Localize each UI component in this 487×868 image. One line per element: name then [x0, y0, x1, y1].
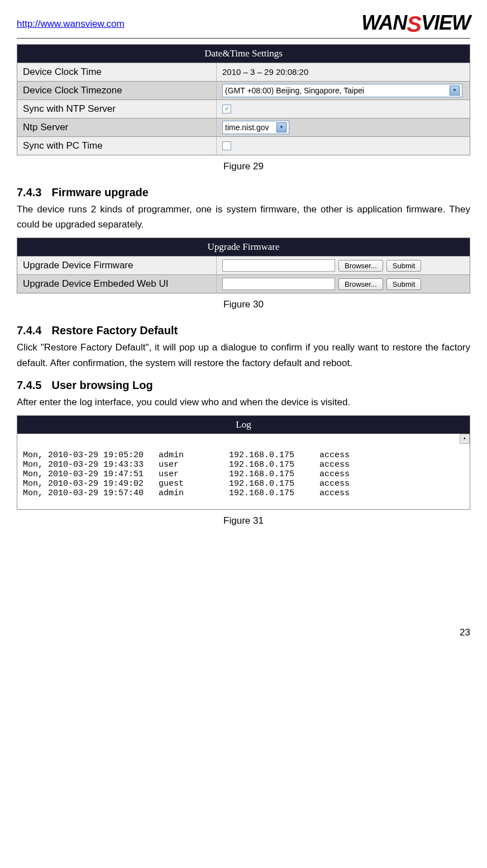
upgrade-web-ui-label: Upgrade Device Embeded Web UI	[17, 275, 217, 293]
section-743-text: The device runs 2 kinds of programmer, o…	[17, 202, 470, 232]
log-panel: Log ▴Mon, 2010-03-29 19:05:20 admin 192.…	[17, 415, 470, 510]
log-line: Mon, 2010-03-29 19:43:33 user 192.168.0.…	[23, 460, 350, 469]
upgrade-device-firmware-row: Upgrade Device Firmware Browser... Submi…	[17, 256, 470, 274]
section-743-heading: 7.4.3Firmware upgrade	[17, 186, 470, 199]
upgrade-device-firmware-label: Upgrade Device Firmware	[17, 257, 217, 274]
sync-pc-time-label: Sync with PC Time	[17, 137, 217, 155]
upgrade-webui-input[interactable]	[222, 278, 335, 290]
figure-30-caption: Figure 30	[17, 299, 470, 310]
browse-button[interactable]: Browser...	[338, 278, 383, 290]
log-body: ▴Mon, 2010-03-29 19:05:20 admin 192.168.…	[17, 434, 470, 509]
scroll-up-icon[interactable]: ▴	[460, 434, 470, 444]
sync-ntp-checkbox[interactable]: ✓	[222, 105, 231, 113]
logo-s-icon: S	[407, 12, 421, 36]
section-744-text: Click "Restore Factory Default", it will…	[17, 340, 470, 370]
section-743-num: 7.4.3	[17, 186, 41, 198]
figure-29-caption: Figure 29	[17, 161, 470, 172]
section-745-title: User browsing Log	[51, 379, 152, 391]
device-clock-timezone-label: Device Clock Timezone	[17, 82, 217, 99]
figure-31-caption: Figure 31	[17, 515, 470, 527]
device-clock-time-row: Device Clock Time 2010 – 3 – 29 20:08:20	[17, 63, 470, 81]
timezone-select-value: (GMT +08:00) Beijing, Singapore, Taipei	[225, 86, 364, 95]
log-line: Mon, 2010-03-29 19:05:20 admin 192.168.0…	[23, 450, 350, 460]
datetime-settings-panel: Date&Time Settings Device Clock Time 201…	[17, 44, 470, 155]
log-line: Mon, 2010-03-29 19:47:51 user 192.168.0.…	[23, 469, 350, 479]
sync-ntp-label: Sync with NTP Server	[17, 100, 217, 118]
browse-button[interactable]: Browser...	[338, 260, 383, 272]
timezone-select[interactable]: (GMT +08:00) Beijing, Singapore, Taipei …	[222, 84, 462, 97]
chevron-down-icon: ▼	[450, 86, 460, 96]
site-url-link[interactable]: http://www.wansview.com	[17, 18, 125, 30]
section-743-title: Firmware upgrade	[51, 186, 148, 198]
device-clock-timezone-row: Device Clock Timezone (GMT +08:00) Beiji…	[17, 81, 470, 99]
log-line: Mon, 2010-03-29 19:57:40 admin 192.168.0…	[23, 488, 350, 498]
upgrade-panel-title: Upgrade Firmware	[17, 238, 470, 256]
section-744-title: Restore Factory Default	[51, 324, 178, 336]
logo: WANSVIEW	[361, 11, 470, 37]
ntp-server-row: Ntp Server time.nist.gov ▼	[17, 118, 470, 136]
device-clock-time-label: Device Clock Time	[17, 63, 217, 81]
chevron-down-icon: ▼	[276, 122, 287, 132]
section-744-num: 7.4.4	[17, 324, 41, 336]
ntp-server-select[interactable]: time.nist.gov ▼	[222, 121, 289, 134]
log-panel-title: Log	[17, 416, 470, 434]
logo-view: VIEW	[421, 11, 470, 34]
ntp-server-label: Ntp Server	[17, 118, 217, 136]
section-745-text: After enter the log interface, you could…	[17, 395, 470, 410]
section-744-heading: 7.4.4Restore Factory Default	[17, 324, 470, 337]
section-745-num: 7.4.5	[17, 379, 41, 391]
sync-ntp-row: Sync with NTP Server ✓	[17, 99, 470, 118]
page-header: http://www.wansview.com WANSVIEW	[17, 11, 470, 39]
section-745-heading: 7.4.5User browsing Log	[17, 379, 470, 392]
upgrade-firmware-panel: Upgrade Firmware Upgrade Device Firmware…	[17, 238, 470, 293]
logo-wan: WAN	[361, 11, 407, 34]
log-line: Mon, 2010-03-29 19:49:02 guest 192.168.0…	[23, 479, 350, 488]
sync-pc-time-row: Sync with PC Time	[17, 136, 470, 155]
submit-button[interactable]: Submit	[386, 278, 421, 290]
upgrade-firmware-input[interactable]	[222, 259, 335, 272]
device-clock-time-value: 2010 – 3 – 29 20:08:20	[217, 63, 470, 81]
upgrade-web-ui-row: Upgrade Device Embeded Web UI Browser...…	[17, 274, 470, 293]
page-number: 23	[17, 627, 470, 638]
sync-pc-time-checkbox[interactable]	[222, 141, 231, 150]
submit-button[interactable]: Submit	[386, 260, 421, 272]
ntp-server-value: time.nist.gov	[225, 123, 269, 132]
datetime-panel-title: Date&Time Settings	[17, 45, 470, 63]
